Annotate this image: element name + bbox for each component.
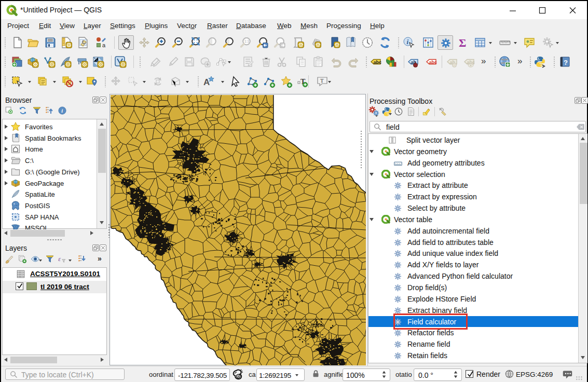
- svg-text:1:1: 1:1: [244, 39, 249, 43]
- svg-text:Σ: Σ: [459, 36, 466, 49]
- svg-text:?: ?: [564, 59, 568, 66]
- svg-text:i: i: [407, 38, 409, 46]
- svg-text:T: T: [320, 77, 324, 84]
- svg-text:ε: ε: [58, 255, 61, 263]
- svg-text:a: a: [102, 42, 106, 48]
- svg-text:abc: abc: [374, 60, 382, 65]
- svg-text:abc: abc: [429, 60, 437, 65]
- svg-text:i: i: [61, 108, 63, 114]
